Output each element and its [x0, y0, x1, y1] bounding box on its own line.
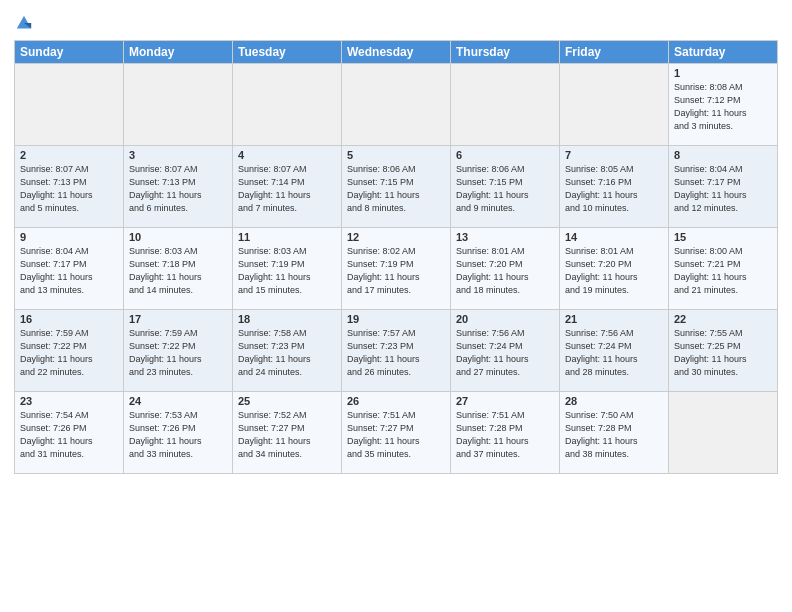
calendar-cell: 2Sunrise: 8:07 AMSunset: 7:13 PMDaylight…: [15, 146, 124, 228]
calendar-cell: 26Sunrise: 7:51 AMSunset: 7:27 PMDayligh…: [342, 392, 451, 474]
calendar-cell: 20Sunrise: 7:56 AMSunset: 7:24 PMDayligh…: [451, 310, 560, 392]
day-number: 1: [674, 67, 772, 79]
calendar-cell: 10Sunrise: 8:03 AMSunset: 7:18 PMDayligh…: [124, 228, 233, 310]
col-header-sunday: Sunday: [15, 41, 124, 64]
calendar-cell: 3Sunrise: 8:07 AMSunset: 7:13 PMDaylight…: [124, 146, 233, 228]
day-info: Sunrise: 7:50 AMSunset: 7:28 PMDaylight:…: [565, 409, 663, 461]
day-number: 22: [674, 313, 772, 325]
calendar-week-1: 1Sunrise: 8:08 AMSunset: 7:12 PMDaylight…: [15, 64, 778, 146]
day-info: Sunrise: 8:01 AMSunset: 7:20 PMDaylight:…: [565, 245, 663, 297]
calendar-cell: 18Sunrise: 7:58 AMSunset: 7:23 PMDayligh…: [233, 310, 342, 392]
calendar-cell: 22Sunrise: 7:55 AMSunset: 7:25 PMDayligh…: [669, 310, 778, 392]
calendar-cell: 9Sunrise: 8:04 AMSunset: 7:17 PMDaylight…: [15, 228, 124, 310]
calendar: SundayMondayTuesdayWednesdayThursdayFrid…: [14, 40, 778, 474]
logo: [14, 14, 33, 32]
col-header-saturday: Saturday: [669, 41, 778, 64]
day-number: 5: [347, 149, 445, 161]
day-number: 18: [238, 313, 336, 325]
calendar-cell: 16Sunrise: 7:59 AMSunset: 7:22 PMDayligh…: [15, 310, 124, 392]
day-info: Sunrise: 8:07 AMSunset: 7:14 PMDaylight:…: [238, 163, 336, 215]
day-info: Sunrise: 7:56 AMSunset: 7:24 PMDaylight:…: [565, 327, 663, 379]
calendar-cell: 19Sunrise: 7:57 AMSunset: 7:23 PMDayligh…: [342, 310, 451, 392]
calendar-cell: [342, 64, 451, 146]
calendar-cell: 15Sunrise: 8:00 AMSunset: 7:21 PMDayligh…: [669, 228, 778, 310]
calendar-header-row: SundayMondayTuesdayWednesdayThursdayFrid…: [15, 41, 778, 64]
col-header-tuesday: Tuesday: [233, 41, 342, 64]
day-number: 21: [565, 313, 663, 325]
day-number: 6: [456, 149, 554, 161]
calendar-cell: [669, 392, 778, 474]
day-number: 26: [347, 395, 445, 407]
calendar-cell: 28Sunrise: 7:50 AMSunset: 7:28 PMDayligh…: [560, 392, 669, 474]
day-number: 17: [129, 313, 227, 325]
calendar-cell: 5Sunrise: 8:06 AMSunset: 7:15 PMDaylight…: [342, 146, 451, 228]
day-info: Sunrise: 8:06 AMSunset: 7:15 PMDaylight:…: [347, 163, 445, 215]
day-info: Sunrise: 7:56 AMSunset: 7:24 PMDaylight:…: [456, 327, 554, 379]
calendar-cell: 17Sunrise: 7:59 AMSunset: 7:22 PMDayligh…: [124, 310, 233, 392]
day-info: Sunrise: 7:55 AMSunset: 7:25 PMDaylight:…: [674, 327, 772, 379]
calendar-week-2: 2Sunrise: 8:07 AMSunset: 7:13 PMDaylight…: [15, 146, 778, 228]
day-number: 25: [238, 395, 336, 407]
day-info: Sunrise: 7:58 AMSunset: 7:23 PMDaylight:…: [238, 327, 336, 379]
calendar-cell: 11Sunrise: 8:03 AMSunset: 7:19 PMDayligh…: [233, 228, 342, 310]
calendar-week-4: 16Sunrise: 7:59 AMSunset: 7:22 PMDayligh…: [15, 310, 778, 392]
day-info: Sunrise: 8:05 AMSunset: 7:16 PMDaylight:…: [565, 163, 663, 215]
day-info: Sunrise: 8:03 AMSunset: 7:18 PMDaylight:…: [129, 245, 227, 297]
day-info: Sunrise: 7:57 AMSunset: 7:23 PMDaylight:…: [347, 327, 445, 379]
day-info: Sunrise: 8:03 AMSunset: 7:19 PMDaylight:…: [238, 245, 336, 297]
calendar-week-3: 9Sunrise: 8:04 AMSunset: 7:17 PMDaylight…: [15, 228, 778, 310]
day-number: 2: [20, 149, 118, 161]
day-number: 28: [565, 395, 663, 407]
day-number: 7: [565, 149, 663, 161]
calendar-week-5: 23Sunrise: 7:54 AMSunset: 7:26 PMDayligh…: [15, 392, 778, 474]
calendar-cell: 27Sunrise: 7:51 AMSunset: 7:28 PMDayligh…: [451, 392, 560, 474]
calendar-cell: 1Sunrise: 8:08 AMSunset: 7:12 PMDaylight…: [669, 64, 778, 146]
day-info: Sunrise: 8:00 AMSunset: 7:21 PMDaylight:…: [674, 245, 772, 297]
day-info: Sunrise: 8:08 AMSunset: 7:12 PMDaylight:…: [674, 81, 772, 133]
calendar-cell: [560, 64, 669, 146]
calendar-cell: 6Sunrise: 8:06 AMSunset: 7:15 PMDaylight…: [451, 146, 560, 228]
day-info: Sunrise: 8:04 AMSunset: 7:17 PMDaylight:…: [674, 163, 772, 215]
day-info: Sunrise: 7:53 AMSunset: 7:26 PMDaylight:…: [129, 409, 227, 461]
calendar-cell: [233, 64, 342, 146]
day-number: 19: [347, 313, 445, 325]
page-header: [14, 10, 778, 32]
day-number: 9: [20, 231, 118, 243]
day-number: 27: [456, 395, 554, 407]
day-info: Sunrise: 7:51 AMSunset: 7:27 PMDaylight:…: [347, 409, 445, 461]
calendar-cell: 4Sunrise: 8:07 AMSunset: 7:14 PMDaylight…: [233, 146, 342, 228]
day-info: Sunrise: 7:51 AMSunset: 7:28 PMDaylight:…: [456, 409, 554, 461]
calendar-cell: 13Sunrise: 8:01 AMSunset: 7:20 PMDayligh…: [451, 228, 560, 310]
calendar-cell: 14Sunrise: 8:01 AMSunset: 7:20 PMDayligh…: [560, 228, 669, 310]
day-number: 15: [674, 231, 772, 243]
logo-icon: [15, 14, 33, 32]
day-info: Sunrise: 8:07 AMSunset: 7:13 PMDaylight:…: [20, 163, 118, 215]
calendar-cell: 21Sunrise: 7:56 AMSunset: 7:24 PMDayligh…: [560, 310, 669, 392]
day-number: 4: [238, 149, 336, 161]
day-info: Sunrise: 7:59 AMSunset: 7:22 PMDaylight:…: [20, 327, 118, 379]
day-number: 14: [565, 231, 663, 243]
calendar-cell: 24Sunrise: 7:53 AMSunset: 7:26 PMDayligh…: [124, 392, 233, 474]
col-header-thursday: Thursday: [451, 41, 560, 64]
day-info: Sunrise: 8:07 AMSunset: 7:13 PMDaylight:…: [129, 163, 227, 215]
day-number: 3: [129, 149, 227, 161]
day-info: Sunrise: 7:59 AMSunset: 7:22 PMDaylight:…: [129, 327, 227, 379]
calendar-cell: [451, 64, 560, 146]
day-number: 23: [20, 395, 118, 407]
day-info: Sunrise: 7:52 AMSunset: 7:27 PMDaylight:…: [238, 409, 336, 461]
day-number: 24: [129, 395, 227, 407]
day-number: 12: [347, 231, 445, 243]
calendar-cell: 12Sunrise: 8:02 AMSunset: 7:19 PMDayligh…: [342, 228, 451, 310]
day-info: Sunrise: 8:06 AMSunset: 7:15 PMDaylight:…: [456, 163, 554, 215]
day-number: 11: [238, 231, 336, 243]
day-number: 20: [456, 313, 554, 325]
day-number: 8: [674, 149, 772, 161]
calendar-cell: [15, 64, 124, 146]
col-header-friday: Friday: [560, 41, 669, 64]
calendar-cell: 23Sunrise: 7:54 AMSunset: 7:26 PMDayligh…: [15, 392, 124, 474]
day-info: Sunrise: 8:02 AMSunset: 7:19 PMDaylight:…: [347, 245, 445, 297]
calendar-cell: 25Sunrise: 7:52 AMSunset: 7:27 PMDayligh…: [233, 392, 342, 474]
col-header-monday: Monday: [124, 41, 233, 64]
day-info: Sunrise: 8:04 AMSunset: 7:17 PMDaylight:…: [20, 245, 118, 297]
calendar-cell: [124, 64, 233, 146]
